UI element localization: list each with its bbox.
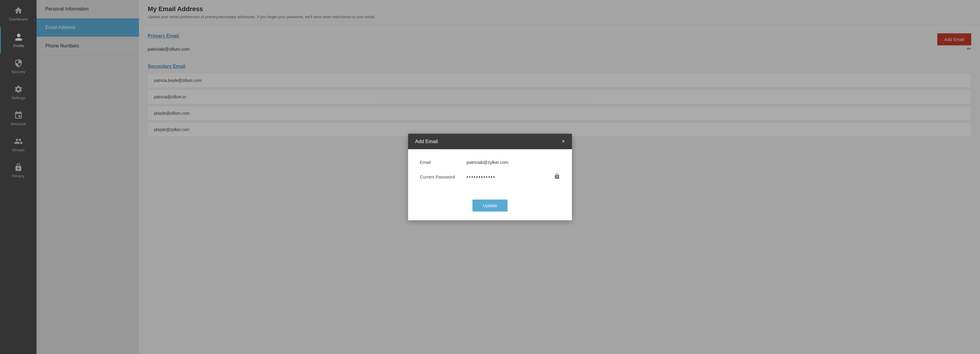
modal-title: Add Email — [415, 139, 438, 145]
modal-password-row: •••••••••••• — [466, 173, 560, 181]
modal-email-label: Email — [420, 160, 466, 165]
modal-email-value: patriciab@zylker.com — [466, 160, 560, 165]
modal-close-button[interactable]: × — [562, 139, 565, 145]
modal-email-field: Email patriciab@zylker.com — [420, 160, 560, 165]
modal-password-value: •••••••••••• — [466, 174, 551, 179]
modal-password-field: Current Password •••••••••••• — [420, 173, 560, 181]
modal-footer: Update — [408, 199, 572, 220]
modal-body: Email patriciab@zylker.com Current Passw… — [408, 149, 572, 199]
modal-overlay[interactable]: Add Email × Email patriciab@zylker.com C… — [0, 0, 980, 354]
update-button[interactable]: Update — [473, 199, 508, 212]
modal-password-label: Current Password — [420, 174, 466, 179]
add-email-modal: Add Email × Email patriciab@zylker.com C… — [408, 134, 572, 220]
modal-header: Add Email × — [408, 134, 572, 149]
lock-toggle-icon[interactable] — [554, 173, 560, 181]
